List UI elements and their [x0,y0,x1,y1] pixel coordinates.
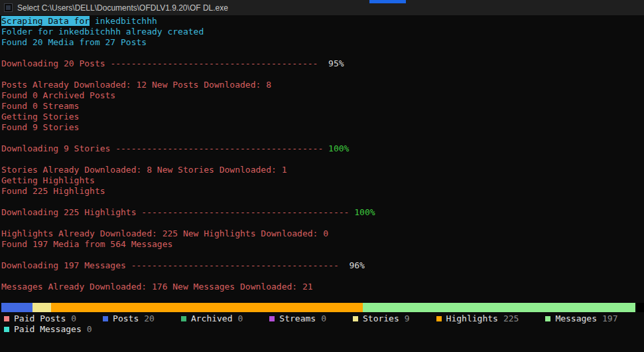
legend-swatch [436,316,442,321]
legend-value: 9 [405,313,410,324]
console-line-found-messages: Found 197 Media from 564 Messages [1,239,644,250]
legend-swatch [4,316,9,321]
progress-label: Downloading 197 Messages [1,260,131,270]
progress-percent: 95% [318,58,344,68]
legend-label: Stories [363,313,399,324]
bar-segment-highlights [51,303,363,312]
legend-value: 225 [503,313,519,324]
legend-label: Archived [191,313,233,324]
console-line-found-highlights: Found 225 Highlights [1,186,644,197]
blank-line [1,69,644,80]
legend-swatch [103,316,108,321]
legend-value: 20 [144,313,155,324]
legend-label: Paid Messages [14,324,82,335]
blank-line [1,218,644,228]
legend-item-streams: Streams0 [269,313,326,324]
legend-item-messages: Messages197 [545,313,617,324]
legend-value: 197 [602,313,617,324]
progress-line-messages: Downloading 197 Messages ---------------… [1,260,644,271]
legend-label: Highlights [446,313,498,324]
blank-line [1,133,644,143]
progress-dashes: ---------------------------------------- [115,143,323,153]
progress-percent: 100% [323,143,349,153]
progress-dashes: ---------------------------------------- [131,260,339,270]
blank-line [1,250,644,260]
bar-segment-posts [1,303,32,312]
legend-label: Posts [113,313,139,324]
legend-value: 0 [238,313,243,324]
legend-label: Streams [279,313,316,324]
legend-item-stories: Stories9 [353,313,410,324]
breakdown-bar [1,303,644,312]
console-line-getting-stories: Getting Stories [1,112,644,122]
blank-line [1,271,644,282]
legend-swatch [353,316,358,321]
console-line-stories-summary: Stories Already Downloaded: 8 New Storie… [1,165,644,175]
legend-value: 0 [321,313,326,324]
console-window: Select C:\Users\DELL\Documents\OFDLV1.9.… [0,0,644,352]
console-line-highlights-summary: Highlights Already Downloaded: 225 New H… [1,228,644,239]
legend-value: 0 [87,324,92,335]
legend-swatch [181,316,186,321]
legend-label: Messages [555,313,597,324]
console-output[interactable]: Scraping Data for inkedbitchhh Folder fo… [0,15,644,335]
legend-label: Paid Posts [14,313,66,324]
console-line-getting-highlights: Getting Highlights [1,175,644,186]
legend-value: 0 [71,313,76,324]
progress-line-posts: Downloading 20 Posts -------------------… [1,58,644,69]
bar-segment-stories [32,303,51,312]
legend-swatch [4,327,9,332]
progress-dashes: ---------------------------------------- [110,58,318,68]
progress-line-highlights: Downloading 225 Highlights -------------… [1,207,644,218]
app-icon [4,3,13,12]
progress-percent: 96% [339,260,365,270]
blank-line [1,48,644,58]
legend-item-archived: Archived0 [181,313,243,324]
blank-line [1,154,644,165]
progress-line-stories: Downloading 9 Stories ------------------… [1,143,644,154]
legend-item-paid-posts: Paid Posts0 [4,313,76,324]
console-line-found-streams: Found 0 Streams [1,101,644,112]
console-line-found-stories: Found 9 Stories [1,122,644,133]
progress-label: Downloading 20 Posts [1,58,110,68]
progress-dashes: ---------------------------------------- [141,207,349,217]
legend-row-1: Paid Posts0 Posts20 Archived0 Streams0 S… [1,313,644,324]
legend-item-posts: Posts20 [103,313,155,324]
console-line-folder: Folder for inkedbitchhh already created [1,27,644,37]
console-line-found-posts: Found 20 Media from 27 Posts [1,37,644,48]
progress-label: Downloading 9 Stories [1,143,115,153]
username-text: inkedbitchhh [90,16,157,26]
console-line-found-archived: Found 0 Archived Posts [1,90,644,101]
progress-percent: 100% [349,207,375,217]
titlebar[interactable]: Select C:\Users\DELL\Documents\OFDLV1.9.… [0,0,644,15]
blank-line [1,197,644,207]
window-title: Select C:\Users\DELL\Documents\OFDLV1.9.… [17,3,228,13]
legend-swatch [269,316,275,321]
legend-swatch [545,316,550,321]
legend-row-2: Paid Messages0 [1,324,644,335]
progress-label: Downloading 225 Highlights [1,207,141,217]
console-line-posts-summary: Posts Already Downloaded: 12 New Posts D… [1,80,644,90]
console-line-scrape: Scraping Data for inkedbitchhh [1,16,644,27]
scrape-highlight: Scraping Data for [1,16,90,26]
background-window-strip [369,0,406,3]
legend-item-highlights: Highlights225 [436,313,519,324]
bar-segment-messages [363,303,636,312]
legend-item-paid-messages: Paid Messages0 [4,324,92,335]
console-line-messages-summary: Messages Already Downloaded: 176 New Mes… [1,282,644,292]
